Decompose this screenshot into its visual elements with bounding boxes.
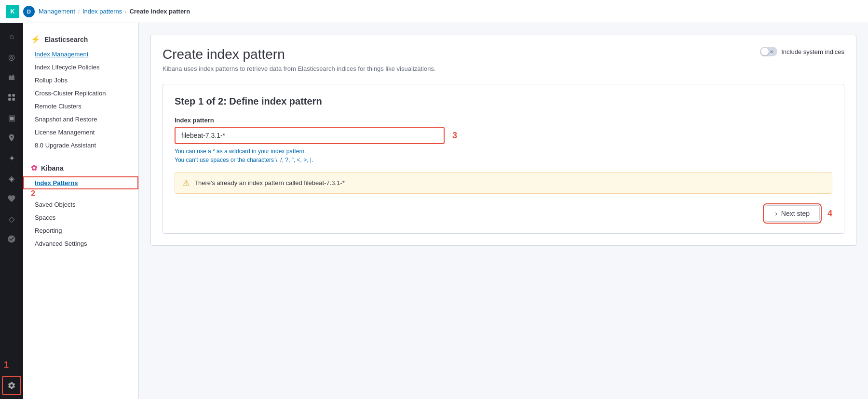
- page-header: Create index pattern Kibana uses index p…: [163, 47, 844, 72]
- form-help: You can use a * as a wildcard in your in…: [175, 147, 832, 164]
- step-card: Step 1 of 2: Define index pattern Index …: [163, 84, 844, 234]
- discover-icon[interactable]: ◎: [2, 47, 21, 66]
- sidebar-item-snapshot[interactable]: Snapshot and Restore: [23, 113, 138, 126]
- kibana-logo: K: [6, 5, 19, 18]
- breadcrumb-index-patterns[interactable]: Index patterns: [82, 8, 122, 15]
- annotation-2: 2: [27, 189, 35, 198]
- user-avatar[interactable]: D: [23, 6, 35, 17]
- graph-icon[interactable]: ◈: [2, 169, 21, 188]
- toggle-switch[interactable]: ✕: [760, 47, 777, 56]
- svg-rect-2: [8, 98, 11, 101]
- sidebar-item-rollup-jobs[interactable]: Rollup Jobs: [23, 74, 138, 87]
- apm-icon[interactable]: ◇: [2, 209, 21, 228]
- elasticsearch-section-title: ⚡ Elasticsearch: [23, 31, 138, 48]
- warning-text: There's already an index pattern called …: [194, 179, 345, 186]
- step-footer: › Next step 4: [175, 205, 832, 222]
- warning-box: ⚠ There's already an index pattern calle…: [175, 172, 832, 194]
- sidebar-item-license[interactable]: License Management: [23, 126, 138, 139]
- breadcrumb: Management / Index patterns / Create ind…: [39, 8, 190, 15]
- breadcrumb-current: Create index pattern: [129, 8, 190, 15]
- breadcrumb-management[interactable]: Management: [39, 8, 75, 15]
- system-indices-toggle[interactable]: ✕ Include system indices: [760, 47, 844, 56]
- step-title: Step 1 of 2: Define index pattern: [175, 96, 832, 107]
- svg-rect-0: [8, 94, 11, 96]
- main-layout: ⌂ ◎ ▣ ✦ ◈ ◇ ⚡ Elasticsearch Inde: [0, 23, 868, 399]
- monitoring-icon[interactable]: [2, 189, 21, 208]
- index-pattern-label: Index pattern: [175, 117, 832, 124]
- topbar: K D Management / Index patterns / Create…: [0, 0, 868, 23]
- annotation-4: 4: [827, 209, 832, 219]
- svg-rect-3: [13, 98, 15, 101]
- next-step-label: Next step: [781, 210, 810, 217]
- dashboard-icon[interactable]: [2, 88, 21, 107]
- next-step-arrow: ›: [775, 210, 777, 217]
- ml-icon[interactable]: ✦: [2, 148, 21, 168]
- sidebar-item-spaces[interactable]: Spaces: [23, 211, 138, 224]
- annotation-1: 1: [4, 360, 9, 370]
- sidebar-item-index-lifecycle[interactable]: Index Lifecycle Policies: [23, 61, 138, 74]
- content-card: Create index pattern Kibana uses index p…: [150, 35, 856, 246]
- icon-rail: ⌂ ◎ ▣ ✦ ◈ ◇: [0, 23, 23, 399]
- warning-icon: ⚠: [183, 178, 190, 187]
- sidebar-item-index-management[interactable]: Index Management: [23, 48, 138, 61]
- maps-icon[interactable]: [2, 128, 21, 147]
- index-pattern-input[interactable]: [175, 127, 445, 144]
- sidebar-item-reporting[interactable]: Reporting: [23, 224, 138, 237]
- index-pattern-form: Index pattern 3 You can use a * as a wil…: [175, 117, 832, 194]
- toggle-knob: [761, 48, 769, 55]
- content-area: Create index pattern Kibana uses index p…: [139, 23, 868, 399]
- sidebar-item-cross-cluster[interactable]: Cross-Cluster Replication: [23, 87, 138, 100]
- sidebar-item-advanced-settings[interactable]: Advanced Settings: [23, 237, 138, 250]
- sidebar-item-saved-objects[interactable]: Saved Objects: [23, 198, 138, 211]
- page-subtitle: Kibana uses index patterns to retrieve d…: [163, 65, 436, 72]
- annotation-3: 3: [452, 131, 457, 141]
- uptime-icon[interactable]: [2, 229, 21, 249]
- home-icon[interactable]: ⌂: [2, 27, 21, 46]
- next-step-button[interactable]: › Next step: [765, 205, 820, 222]
- svg-rect-1: [13, 94, 15, 96]
- page-title: Create index pattern: [163, 47, 436, 62]
- kibana-section-title: ✿ Kibana: [23, 160, 138, 176]
- sidebar-item-upgrade[interactable]: 8.0 Upgrade Assistant: [23, 139, 138, 152]
- visualize-icon[interactable]: [2, 67, 21, 87]
- sidebar-item-index-patterns[interactable]: Index Patterns: [23, 176, 138, 189]
- sidebar-item-remote-clusters[interactable]: Remote Clusters: [23, 100, 138, 113]
- canvas-icon[interactable]: ▣: [2, 108, 21, 127]
- sidebar: ⚡ Elasticsearch Index Management Index L…: [23, 23, 139, 399]
- management-icon[interactable]: [2, 376, 21, 395]
- system-indices-label: Include system indices: [781, 48, 844, 55]
